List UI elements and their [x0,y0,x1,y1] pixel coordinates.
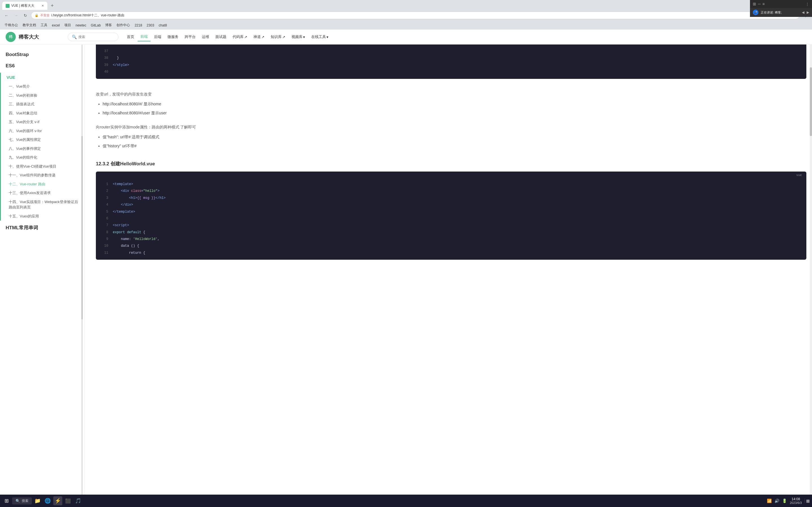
code-line-2: 2 <div class="hello"> [96,187,806,194]
bookmark-2218[interactable]: 2218 [133,22,144,28]
bookmarks-bar: 千锋办公 教学文档 工具 excel 项目 newtec GitLab 博客 创… [0,21,812,30]
taskbar-volume-icon[interactable]: 🔊 [774,499,779,503]
site-nav: 首页 前端 后端 微服务 跨平台 运维 面试题 代码库↗ 禅道↗ 知识库↗ 视频… [124,33,806,41]
code-line-6: 6 [96,215,806,222]
taskbar-date: 2023/6/3 [790,501,802,503]
taskbar-network-icon[interactable]: 📶 [767,499,772,503]
nav-microservice[interactable]: 微服务 [165,33,181,41]
sidebar-item-vue3[interactable]: 三、插值表达式 [1,100,84,109]
nav-home[interactable]: 首页 [124,33,137,41]
bookmark-xiangmu[interactable]: 项目 [63,22,73,29]
code-line-1: 1 <template> [96,181,806,187]
search-bar[interactable]: 🔍 [68,33,118,41]
nav-frontend[interactable]: 前端 [138,33,151,41]
taskbar-icon-files[interactable]: 📁 [33,496,42,503]
taskbar-search[interactable]: 🔍 搜索 [12,497,32,503]
bookmark-gitlab[interactable]: GitLab [89,22,102,28]
search-input[interactable] [79,35,112,39]
start-button[interactable]: ⊞ [2,497,11,503]
nav-tools[interactable]: 在线工具▾ [308,33,331,41]
lock-icon: 🔒 [35,13,39,17]
sidebar-item-vue11[interactable]: 十一、Vue组件间的参数传递 [1,171,84,180]
site-header: 稀 稀客大大 🔍 首页 前端 后端 微服务 跨平台 运维 面试题 代码库↗ 禅道… [0,30,812,45]
sidebar-section-es6[interactable]: ES6 [0,60,84,71]
panel-arrow-right-icon[interactable]: ▶ [807,10,809,14]
sidebar-item-vue15[interactable]: 十五、Vuex的应用 [1,212,84,221]
text-list-1: http://localhost:8080/#/ 显示home http://l… [96,100,806,117]
bookmark-chuangzuo[interactable]: 创作中心 [115,22,132,29]
taskbar: ⊞ 🔍 搜索 📁 🌐 ⚡ ⬛ 🎵 📶 🔊 🔋 14:08 2023/6/3 ▦ [0,495,812,503]
sidebar-item-vue4[interactable]: 四、Vue对象总结 [1,109,84,118]
code-line-40: 40 [96,68,806,75]
sidebar-item-vue6[interactable]: 六、Vue的循环 v-for [1,126,84,135]
url-bar[interactable]: 🔒 不安全 i.heyige.cn/front/vue.html#十二、vue-… [31,11,800,19]
taskbar-battery-icon[interactable]: 🔋 [782,499,787,503]
forward-button[interactable]: → [12,13,20,18]
nav-video[interactable]: 视频库▾ [289,33,308,41]
nav-crossplatform[interactable]: 跨平台 [182,33,199,41]
panel-arrow-icon[interactable]: ◀ [802,10,804,14]
nav-ops[interactable]: 运维 [199,33,212,41]
code-line-7: 7 <script> [96,222,806,229]
main-scrollbar-thumb[interactable] [810,67,812,136]
sidebar-section-html[interactable]: HTML常用单词 [0,222,84,234]
code-line-4: 4 </div> [96,202,806,208]
section-heading-1232: 12.3.2 创建HelloWorld.vue [96,161,806,167]
nav-backend[interactable]: 后端 [151,33,164,41]
bookmark-qianfeng[interactable]: 千锋办公 [3,22,20,29]
back-button[interactable]: ← [3,13,10,18]
taskbar-show-desktop-icon[interactable]: ▦ [805,499,810,503]
sidebar-item-vue7[interactable]: 七、Vue的属性绑定 [1,135,84,144]
active-tab[interactable]: VUE | 稀客大大 ✕ [2,2,47,10]
nav-coderepo[interactable]: 代码库↗ [230,33,250,41]
content-wrapper: BootStrap ES6 VUE 一、Vue简介 二、Vue的初体验 三、插值… [0,45,812,503]
sidebar-item-vue5[interactable]: 五、Vue的分支 v-if [1,117,84,126]
nav-knowledge[interactable]: 知识库↗ [268,33,288,41]
reload-button[interactable]: ↻ [22,13,29,18]
nav-interview[interactable]: 面试题 [213,33,229,41]
taskbar-icon-chrome[interactable]: 🌐 [43,496,52,503]
screen-share-icon-2[interactable]: ─ [758,2,761,6]
sidebar-section-vue[interactable]: VUE [1,73,84,82]
taskbar-tray: 📶 🔊 🔋 14:08 2023/6/3 ▦ [767,497,810,503]
sidebar-item-vue2[interactable]: 二、Vue的初体验 [1,91,84,100]
bookmark-2303[interactable]: 2303 [145,22,156,28]
speaking-label: 正在讲述: 稀客; [761,10,782,15]
sidebar-item-vue9[interactable]: 九、Vue的组件化 [1,153,84,162]
bookmark-jiaoxue[interactable]: 教学文档 [21,22,38,29]
screen-sharing-panel: ⊞ ─ ≡ ⋮ 🎤 正在讲述: 稀客; ◀ ▶ [750,0,812,17]
url-text: i.heyige.cn/front/vue.html#十二、vue-router… [51,13,124,18]
text-description-1: 改变url，发现中的内容发生改变 http://localhost:8080/#… [96,83,806,122]
new-tab-button[interactable]: + [49,2,56,10]
tab-favicon [6,4,10,8]
sidebar-item-vue14[interactable]: 十四、Vue实战项目：Webpack登录验证后路由至列表页 [1,198,84,212]
sidebar-item-vue13[interactable]: 十三、使用Axios发送请求 [1,188,84,198]
text-list-2: 值"hash": url带# 适用于调试模式 值"history" url不带# [96,132,806,151]
screen-share-icon-1[interactable]: ⊞ [753,2,756,6]
sidebar-section-bootstrap[interactable]: BootStrap [0,49,84,60]
bookmark-excel[interactable]: excel [50,22,61,28]
taskbar-search-label: 搜索 [22,499,29,503]
bookmark-blog[interactable]: 博客 [103,22,114,29]
screen-share-icon-3[interactable]: ≡ [762,2,765,6]
taskbar-icon-terminal[interactable]: ⬛ [63,496,72,503]
microphone-icon[interactable]: 🎤 [753,10,758,15]
list-item-user: http://localhost:8080/#/user 显示user [103,108,806,117]
code-line-8: 8 export default { [96,229,806,236]
bookmark-newtec[interactable]: newtec [74,22,88,28]
sidebar-item-vue1[interactable]: 一、Vue简介 [1,82,84,91]
code-line-9: 9 name: 'HelloWorld', [96,236,806,242]
tab-close-icon[interactable]: ✕ [42,4,44,8]
sidebar: BootStrap ES6 VUE 一、Vue简介 二、Vue的初体验 三、插值… [0,45,85,503]
taskbar-icon-music[interactable]: 🎵 [73,496,83,503]
bookmark-chat8[interactable]: chat8 [157,22,168,28]
taskbar-datetime[interactable]: 14:08 2023/6/3 [790,497,802,503]
panel-close-icon[interactable]: ⋮ [806,2,809,6]
code-line-3: 3 <h1>{{ msg }}</h1> [96,194,806,202]
sidebar-item-vue10[interactable]: 十、使用Vue-Cli搭建Vue项目 [1,162,84,171]
sidebar-item-vue8[interactable]: 八、Vue的事件绑定 [1,144,84,153]
nav-zendao[interactable]: 禅道↗ [251,33,267,41]
sidebar-item-vue12[interactable]: 十二、Vue-router 路由 [1,180,84,189]
bookmark-tools[interactable]: 工具 [39,22,49,29]
taskbar-icon-vscode[interactable]: ⚡ [53,496,62,503]
